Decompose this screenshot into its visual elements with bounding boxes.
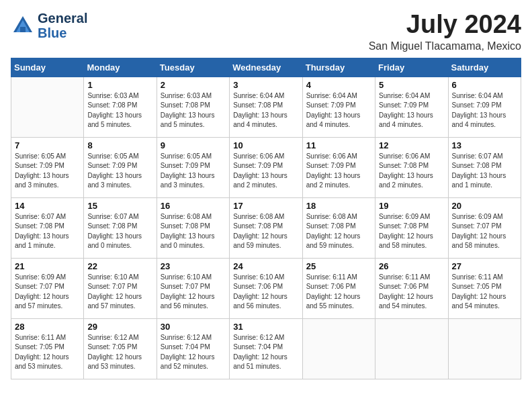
calendar-cell: 4Sunrise: 6:04 AM Sunset: 7:09 PM Daylig… [302,77,375,137]
day-number: 30 [161,322,226,332]
weekday-wednesday: Wednesday [230,58,302,77]
weekday-saturday: Saturday [448,58,521,77]
calendar-week-5: 28Sunrise: 6:11 AM Sunset: 7:05 PM Dayli… [11,318,521,379]
day-info: Sunrise: 6:07 AM Sunset: 7:08 PM Dayligh… [15,212,80,251]
calendar-cell: 2Sunrise: 6:03 AM Sunset: 7:08 PM Daylig… [157,77,229,137]
day-number: 31 [233,322,298,332]
calendar-cell [11,77,84,137]
calendar-cell: 27Sunrise: 6:11 AM Sunset: 7:05 PM Dayli… [448,258,521,318]
logo: General Blue [11,11,87,40]
day-number: 1 [87,80,152,90]
calendar-cell [302,318,375,379]
day-number: 19 [379,201,444,211]
logo-icon [11,13,35,38]
calendar-week-4: 21Sunrise: 6:09 AM Sunset: 7:07 PM Dayli… [11,258,521,318]
calendar-week-3: 14Sunrise: 6:07 AM Sunset: 7:08 PM Dayli… [11,197,521,258]
calendar-cell: 31Sunrise: 6:12 AM Sunset: 7:04 PM Dayli… [230,318,302,379]
day-number: 6 [452,80,517,90]
day-info: Sunrise: 6:12 AM Sunset: 7:04 PM Dayligh… [161,333,226,372]
day-number: 5 [379,80,444,90]
day-info: Sunrise: 6:06 AM Sunset: 7:09 PM Dayligh… [306,152,371,191]
page-header: General Blue July 2024 San Miguel Tlacam… [11,11,521,52]
day-number: 12 [379,140,444,150]
day-info: Sunrise: 6:10 AM Sunset: 7:07 PM Dayligh… [161,273,226,312]
day-number: 22 [87,261,152,271]
calendar-cell: 8Sunrise: 6:05 AM Sunset: 7:09 PM Daylig… [84,137,157,197]
calendar-cell: 13Sunrise: 6:07 AM Sunset: 7:08 PM Dayli… [448,137,521,197]
calendar-cell: 17Sunrise: 6:08 AM Sunset: 7:08 PM Dayli… [230,197,302,258]
calendar-cell: 9Sunrise: 6:05 AM Sunset: 7:09 PM Daylig… [157,137,229,197]
day-number: 17 [233,201,298,211]
day-info: Sunrise: 6:12 AM Sunset: 7:04 PM Dayligh… [233,333,298,372]
weekday-tuesday: Tuesday [157,58,229,77]
day-number: 2 [161,80,226,90]
day-info: Sunrise: 6:07 AM Sunset: 7:08 PM Dayligh… [87,212,152,251]
day-number: 9 [161,140,226,150]
day-number: 11 [306,140,371,150]
day-info: Sunrise: 6:09 AM Sunset: 7:07 PM Dayligh… [15,273,80,312]
day-number: 23 [161,261,226,271]
calendar-cell: 24Sunrise: 6:10 AM Sunset: 7:06 PM Dayli… [230,258,302,318]
calendar-cell: 5Sunrise: 6:04 AM Sunset: 7:09 PM Daylig… [375,77,448,137]
day-info: Sunrise: 6:04 AM Sunset: 7:09 PM Dayligh… [306,91,371,130]
day-info: Sunrise: 6:03 AM Sunset: 7:08 PM Dayligh… [161,91,226,130]
day-info: Sunrise: 6:09 AM Sunset: 7:07 PM Dayligh… [452,212,517,251]
calendar-table: SundayMondayTuesdayWednesdayThursdayFrid… [11,58,521,379]
calendar-cell: 1Sunrise: 6:03 AM Sunset: 7:08 PM Daylig… [84,77,157,137]
day-info: Sunrise: 6:07 AM Sunset: 7:08 PM Dayligh… [452,152,517,191]
location: San Miguel Tlacamama, Mexico [369,40,521,52]
calendar-cell: 14Sunrise: 6:07 AM Sunset: 7:08 PM Dayli… [11,197,84,258]
calendar-cell: 28Sunrise: 6:11 AM Sunset: 7:05 PM Dayli… [11,318,84,379]
day-info: Sunrise: 6:09 AM Sunset: 7:08 PM Dayligh… [379,212,444,251]
calendar-cell: 16Sunrise: 6:08 AM Sunset: 7:08 PM Dayli… [157,197,229,258]
day-info: Sunrise: 6:08 AM Sunset: 7:08 PM Dayligh… [233,212,298,251]
day-number: 29 [87,322,152,332]
day-info: Sunrise: 6:11 AM Sunset: 7:05 PM Dayligh… [15,333,80,372]
calendar-cell: 3Sunrise: 6:04 AM Sunset: 7:08 PM Daylig… [230,77,302,137]
calendar-cell: 29Sunrise: 6:12 AM Sunset: 7:05 PM Dayli… [84,318,157,379]
day-info: Sunrise: 6:04 AM Sunset: 7:09 PM Dayligh… [452,91,517,130]
calendar-cell: 20Sunrise: 6:09 AM Sunset: 7:07 PM Dayli… [448,197,521,258]
calendar-cell: 23Sunrise: 6:10 AM Sunset: 7:07 PM Dayli… [157,258,229,318]
day-info: Sunrise: 6:04 AM Sunset: 7:08 PM Dayligh… [233,91,298,130]
day-number: 26 [379,261,444,271]
calendar-week-1: 1Sunrise: 6:03 AM Sunset: 7:08 PM Daylig… [11,77,521,137]
weekday-header-row: SundayMondayTuesdayWednesdayThursdayFrid… [11,58,521,77]
weekday-thursday: Thursday [302,58,375,77]
day-info: Sunrise: 6:12 AM Sunset: 7:05 PM Dayligh… [87,333,152,372]
day-info: Sunrise: 6:11 AM Sunset: 7:06 PM Dayligh… [379,273,444,312]
title-block: July 2024 San Miguel Tlacamama, Mexico [369,11,521,52]
day-info: Sunrise: 6:06 AM Sunset: 7:08 PM Dayligh… [379,152,444,191]
calendar-cell: 21Sunrise: 6:09 AM Sunset: 7:07 PM Dayli… [11,258,84,318]
day-number: 24 [233,261,298,271]
day-number: 28 [15,322,80,332]
day-number: 18 [306,201,371,211]
calendar-cell: 19Sunrise: 6:09 AM Sunset: 7:08 PM Dayli… [375,197,448,258]
day-number: 7 [15,140,80,150]
day-number: 27 [452,261,517,271]
day-number: 21 [15,261,80,271]
calendar-week-2: 7Sunrise: 6:05 AM Sunset: 7:09 PM Daylig… [11,137,521,197]
day-info: Sunrise: 6:10 AM Sunset: 7:07 PM Dayligh… [87,273,152,312]
calendar-cell: 12Sunrise: 6:06 AM Sunset: 7:08 PM Dayli… [375,137,448,197]
logo-text: General Blue [38,11,87,40]
calendar-cell: 11Sunrise: 6:06 AM Sunset: 7:09 PM Dayli… [302,137,375,197]
calendar-cell: 10Sunrise: 6:06 AM Sunset: 7:09 PM Dayli… [230,137,302,197]
day-info: Sunrise: 6:10 AM Sunset: 7:06 PM Dayligh… [233,273,298,312]
day-number: 25 [306,261,371,271]
day-number: 15 [87,201,152,211]
weekday-sunday: Sunday [11,58,84,77]
calendar-cell [375,318,448,379]
calendar-cell: 25Sunrise: 6:11 AM Sunset: 7:06 PM Dayli… [302,258,375,318]
day-info: Sunrise: 6:11 AM Sunset: 7:05 PM Dayligh… [452,273,517,312]
day-number: 13 [452,140,517,150]
weekday-monday: Monday [84,58,157,77]
calendar-cell: 22Sunrise: 6:10 AM Sunset: 7:07 PM Dayli… [84,258,157,318]
calendar-cell: 26Sunrise: 6:11 AM Sunset: 7:06 PM Dayli… [375,258,448,318]
calendar-cell: 15Sunrise: 6:07 AM Sunset: 7:08 PM Dayli… [84,197,157,258]
day-info: Sunrise: 6:08 AM Sunset: 7:08 PM Dayligh… [306,212,371,251]
day-info: Sunrise: 6:08 AM Sunset: 7:08 PM Dayligh… [161,212,226,251]
day-info: Sunrise: 6:04 AM Sunset: 7:09 PM Dayligh… [379,91,444,130]
day-number: 20 [452,201,517,211]
day-info: Sunrise: 6:06 AM Sunset: 7:09 PM Dayligh… [233,152,298,191]
